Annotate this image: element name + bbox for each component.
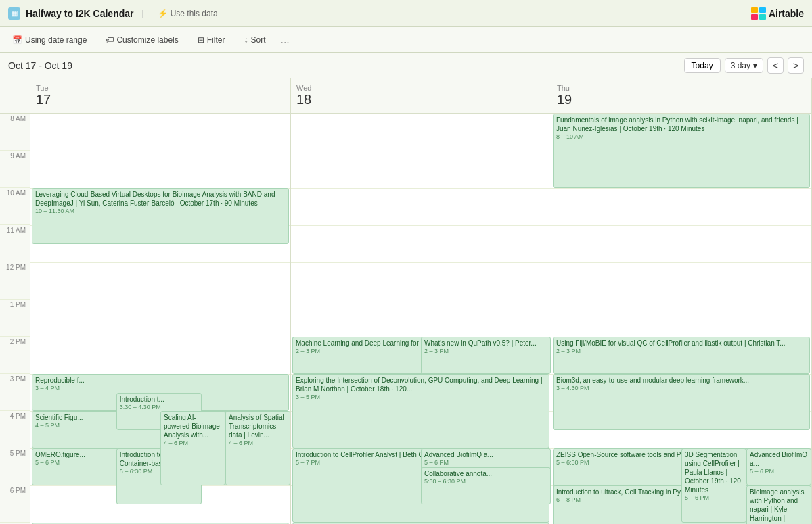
sort-button[interactable]: ↕ Sort — [240, 33, 269, 47]
airtable-logo: Airtable — [751, 7, 804, 20]
chevron-down-icon: ▾ — [753, 61, 757, 70]
hour-line — [551, 188, 811, 189]
event-time: 5 – 6 PM — [750, 468, 808, 476]
using-date-range-button[interactable]: 📅 Using date range — [8, 33, 91, 47]
event-title: Introduction t... — [120, 395, 199, 404]
event-title: Scaling AI-powered Bioimage Analysis wit… — [164, 413, 222, 439]
time-slot: 10 AM — [0, 188, 30, 225]
calendar-event[interactable]: Fundamentals of image analysis in Python… — [553, 114, 810, 188]
event-time: 10 – 11:30 AM — [35, 208, 286, 216]
day-column-wed: Wed 18 napari-signal-selector: a plugin … — [291, 78, 551, 524]
time-slots: 8 AM9 AM10 AM11 AM12 PM1 PM2 PM3 PM4 PM5… — [0, 114, 30, 524]
event-time: 3 – 5 PM — [296, 394, 546, 402]
calendar-event[interactable]: Collaborative annota...5:30 – 6:30 PM — [421, 467, 551, 504]
hour-line — [291, 300, 551, 300]
calendar-event[interactable]: Using Fiji/MoBIE for visual QC of CellPr… — [553, 337, 810, 374]
days-container: Tue 17 Leveraging Cloud-Based Virtual De… — [30, 78, 812, 524]
event-title: Leveraging Cloud-Based Virtual Desktops … — [35, 190, 286, 208]
day-name-tue: Tue — [36, 84, 49, 92]
event-time: 2 – 3 PM — [424, 348, 547, 356]
calendar-small-icon: 📅 — [12, 35, 22, 45]
event-time: 8 – 10 AM — [556, 133, 807, 141]
event-title: Advanced BiofilmQ a... — [424, 450, 547, 459]
time-slot: 12 PM — [0, 262, 30, 300]
event-time: 3:30 – 4:30 PM — [120, 404, 199, 412]
event-title: 3D Segmentation using CellProfiler | Pau… — [685, 450, 743, 494]
day-body-thu: Fundamentals of image analysis in Python… — [551, 114, 811, 524]
app-title: Halfway to I2K Calendar — [26, 8, 134, 19]
date-navigation: Oct 17 - Oct 19 Today 3 day ▾ < > — [0, 53, 812, 78]
event-title: Collaborative annota... — [424, 469, 547, 478]
day-column-thu: Thu 19 Fundamentals of image analysis in… — [551, 78, 812, 524]
day-num-tue: 17 — [36, 92, 51, 108]
customize-icon: 🏷 — [106, 35, 114, 45]
today-button[interactable]: Today — [684, 58, 721, 73]
time-slot: 2 PM — [0, 337, 30, 374]
event-title: Biom3d, an easy-to-use and modular deep … — [556, 376, 807, 385]
day-name-thu: Thu — [557, 84, 570, 92]
event-title: Advanced BiofilmQ a... — [750, 450, 808, 468]
filter-button[interactable]: ⊟ Filter — [194, 33, 229, 47]
calendar-event[interactable]: What's new in QuPath v0.5? | Peter...2 –… — [421, 337, 551, 374]
hour-line — [291, 262, 551, 263]
calendar-event[interactable]: Biom3d, an easy-to-use and modular deep … — [553, 374, 810, 430]
event-title: What's new in QuPath v0.5? | Peter... — [424, 339, 547, 348]
filter-icon: ⊟ — [198, 35, 204, 45]
calendar-event[interactable]: Bioimage analysis with Python and napari… — [746, 485, 811, 524]
calendar-app-icon: ▦ — [8, 7, 20, 20]
calendar-event[interactable]: 3D Segmentation using CellProfiler | Pau… — [681, 448, 746, 523]
toolbar: 📅 Using date range 🏷 Customize labels ⊟ … — [0, 27, 812, 53]
hour-line — [551, 300, 811, 300]
day-body-wed: napari-signal-selector: a plugin to inte… — [291, 114, 551, 524]
calendar-event[interactable]: Exploring the Intersection of Deconvolut… — [292, 374, 549, 448]
app-header: ▦ Halfway to I2K Calendar | ⚡ Use this d… — [0, 0, 812, 27]
time-header — [0, 78, 30, 114]
hour-line — [30, 262, 290, 263]
nav-controls: Today 3 day ▾ < > — [684, 57, 804, 74]
more-options-button[interactable]: ... — [280, 34, 289, 46]
day-column-tue: Tue 17 Leveraging Cloud-Based Virtual De… — [30, 78, 291, 524]
day-header-thu: Thu 19 — [551, 78, 811, 114]
hour-line — [291, 114, 551, 114]
calendar-event[interactable]: Analysis of Spatial Transcriptomics data… — [225, 411, 290, 485]
calendar-event[interactable]: Scaling AI-powered Bioimage Analysis wit… — [160, 411, 225, 485]
event-time: 5:30 – 6:30 PM — [424, 478, 547, 486]
sort-icon: ↕ — [244, 35, 248, 45]
day-num-thu: 19 — [557, 92, 572, 108]
time-slot: 9 AM — [0, 151, 30, 188]
hour-line — [30, 337, 290, 337]
calendar-event[interactable]: Advanced BiofilmQ a...5 – 6 PM — [746, 448, 811, 485]
event-title: Reproducible f... — [35, 376, 286, 385]
svg-rect-1 — [759, 7, 766, 13]
next-button[interactable]: > — [788, 57, 804, 74]
time-slot: 8 AM — [0, 114, 30, 151]
time-slot: 1 PM — [0, 300, 30, 337]
use-this-data-button[interactable]: ⚡ Use this data — [152, 6, 223, 21]
calendar-container: 8 AM9 AM10 AM11 AM12 PM1 PM2 PM3 PM4 PM5… — [0, 78, 812, 524]
event-time: 5 – 6 PM — [424, 459, 547, 467]
time-slot: 11 AM — [0, 225, 30, 262]
prev-button[interactable]: < — [767, 57, 784, 74]
event-time: 5 – 6 PM — [685, 494, 743, 502]
hour-line — [30, 300, 290, 300]
day-name-wed: Wed — [296, 84, 311, 92]
day-header-tue: Tue 17 — [30, 78, 290, 114]
time-slot: 6 PM — [0, 485, 30, 523]
day-body-tue: Leveraging Cloud-Based Virtual Desktops … — [30, 114, 290, 524]
customize-labels-button[interactable]: 🏷 Customize labels — [102, 33, 182, 47]
time-slot: 3 PM — [0, 374, 30, 411]
event-time: 4 – 6 PM — [229, 439, 287, 448]
hour-line — [30, 114, 290, 114]
svg-rect-2 — [751, 14, 758, 20]
event-time: 3 – 4:30 PM — [556, 385, 807, 393]
event-time: 4 – 6 PM — [164, 439, 222, 448]
time-slot: 5 PM — [0, 448, 30, 485]
view-selector[interactable]: 3 day ▾ — [725, 58, 763, 73]
airtable-logo-icon — [751, 7, 766, 20]
calendar-event[interactable]: Leveraging Cloud-Based Virtual Desktops … — [32, 188, 289, 244]
hour-line — [551, 262, 811, 263]
hour-line — [551, 225, 811, 226]
event-time: 2 – 3 PM — [556, 348, 807, 356]
day-header-wed: Wed 18 — [291, 78, 551, 114]
date-range-label: Oct 17 - Oct 19 — [8, 60, 684, 71]
